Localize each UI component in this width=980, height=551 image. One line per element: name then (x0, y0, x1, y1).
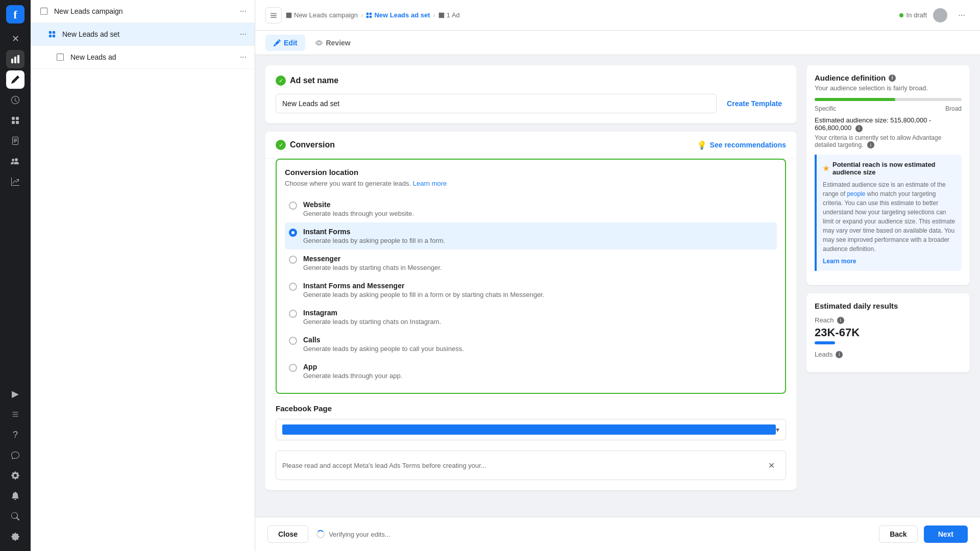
radio-app[interactable]: App Generate leads through your app. (285, 358, 777, 385)
adset-name-header: ✓ Ad set name (276, 76, 786, 86)
radio-messenger[interactable]: Messenger Generate leads by starting cha… (285, 249, 777, 277)
terms-notice: Please read and accept Meta's lead Ads T… (276, 450, 786, 480)
learn-more-link[interactable]: Learn more (413, 180, 447, 187)
radio-btn-instant-forms-messenger[interactable] (289, 283, 297, 291)
radio-app-desc: Generate leads through your app. (303, 372, 402, 380)
people-icon[interactable] (6, 152, 24, 170)
radio-btn-calls[interactable] (289, 337, 297, 345)
svg-rect-3 (14, 57, 16, 63)
specificity-labels: Specific Broad (815, 105, 962, 112)
daily-results-card: Estimated daily results Reach i 23K-67K … (806, 293, 970, 372)
radio-instant-forms-messenger[interactable]: Instant Forms and Messenger Generate lea… (285, 277, 777, 304)
leads-metric-label: Leads i (815, 350, 962, 358)
radio-calls-desc: Generate leads by asking people to call … (303, 345, 464, 353)
facebook-page-select[interactable]: ▾ (276, 419, 786, 440)
radio-app-content: App Generate leads through your app. (303, 363, 402, 380)
radio-btn-messenger[interactable] (289, 256, 297, 264)
radio-ifm-label: Instant Forms and Messenger (303, 282, 545, 290)
more-options-button[interactable]: ··· (953, 7, 970, 23)
grid-icon[interactable] (6, 111, 24, 130)
estimated-audience-size: Estimated audience size: 515,800,000 - 6… (815, 116, 962, 132)
criteria-info-icon[interactable]: i (867, 141, 874, 148)
radio-btn-app[interactable] (289, 364, 297, 372)
breadcrumb-adset[interactable]: New Leads ad set (366, 11, 430, 19)
notification-icon[interactable] (6, 487, 24, 505)
adset-name-row: Create Template (276, 94, 786, 113)
nav-item-campaign[interactable]: New Leads campaign ··· (31, 0, 255, 23)
svg-text:f: f (13, 8, 17, 21)
edit-tab[interactable]: Edit (265, 35, 305, 51)
fb-page-chevron-icon: ▾ (776, 425, 779, 434)
review-tab[interactable]: Review (307, 35, 358, 51)
search-sidebar-icon[interactable] (6, 507, 24, 525)
analytics-icon[interactable] (6, 172, 24, 191)
reach-info-icon[interactable]: i (837, 317, 844, 324)
help-icon[interactable]: ? (6, 425, 24, 444)
radio-website[interactable]: Website Generate leads through your webs… (285, 195, 777, 222)
people-link[interactable]: people (847, 190, 865, 197)
breadcrumb: New Leads campaign › New Leads ad set › … (286, 11, 895, 19)
sidebar-toggle[interactable] (265, 7, 282, 23)
gear-icon[interactable] (6, 466, 24, 485)
specificity-track (815, 98, 962, 101)
audience-subtitle: Your audience selection is fairly broad. (815, 84, 962, 92)
create-template-button[interactable]: Create Template (723, 95, 786, 112)
breadcrumb-campaign[interactable]: New Leads campaign (286, 11, 358, 19)
ad-more[interactable]: ··· (240, 53, 247, 62)
star-icon: ★ (823, 164, 829, 172)
ad-icon (55, 52, 65, 62)
leads-info-icon[interactable]: i (836, 351, 843, 358)
audience-size-info-icon[interactable]: i (855, 125, 863, 132)
clock-icon[interactable] (6, 91, 24, 109)
edit-review-bar: Edit Review (255, 31, 980, 55)
breadcrumb-ad[interactable]: 1 Ad (438, 11, 460, 19)
content-area: ✓ Ad set name Create Template ✓ Conversi… (255, 55, 980, 517)
svg-rect-2 (11, 59, 13, 63)
customize-sidebar-icon[interactable] (6, 528, 24, 546)
radio-btn-instagram[interactable] (289, 310, 297, 318)
terms-text: Please read and accept Meta's lead Ads T… (282, 462, 486, 469)
close-button[interactable]: Close (267, 525, 308, 543)
status-badge: In draft (899, 11, 927, 19)
campaign-more[interactable]: ··· (240, 7, 247, 16)
breadcrumb-sep-2: › (433, 11, 435, 19)
back-button[interactable]: Back (879, 525, 917, 543)
pencil-icon[interactable] (6, 70, 24, 89)
document-icon[interactable] (6, 132, 24, 150)
radio-website-content: Website Generate leads through your webs… (303, 201, 414, 217)
adset-name-card: ✓ Ad set name Create Template (265, 65, 796, 123)
terms-close-button[interactable]: ✕ (763, 457, 779, 473)
ad-label: New Leads ad (70, 53, 240, 61)
radio-instagram[interactable]: Instagram Generate leads by starting cha… (285, 304, 777, 331)
top-bar: New Leads campaign › New Leads ad set › … (255, 0, 980, 31)
user-avatar[interactable] (933, 8, 947, 22)
close-sidebar-icon[interactable]: ✕ (6, 30, 24, 48)
radio-instant-forms[interactable]: Instant Forms Generate leads by asking p… (285, 222, 777, 249)
see-recommendations-button[interactable]: 💡 See recommendations (697, 140, 786, 150)
audience-title: Audience definition i (815, 73, 962, 82)
adset-name-input[interactable] (276, 94, 717, 113)
status-dot (899, 13, 903, 17)
radio-instant-forms-desc: Generate leads by asking people to fill … (303, 237, 445, 244)
audience-info-icon[interactable]: i (889, 74, 896, 82)
radio-btn-instant-forms[interactable] (289, 229, 297, 237)
nav-item-adset[interactable]: New Leads ad set ··· (31, 23, 255, 46)
radio-instagram-desc: Generate leads by starting chats on Inst… (303, 318, 441, 325)
daily-results-title: Estimated daily results (815, 302, 962, 310)
reach-learn-more-link[interactable]: Learn more (823, 258, 955, 265)
radio-calls[interactable]: Calls Generate leads by asking people to… (285, 331, 777, 358)
facebook-logo[interactable]: f (6, 5, 24, 23)
adset-more[interactable]: ··· (240, 30, 247, 39)
next-button[interactable]: Next (924, 525, 968, 543)
sidebar-menu-icon[interactable] (6, 405, 24, 423)
chart-icon[interactable] (6, 50, 24, 68)
campaign-icon (39, 6, 49, 16)
radio-btn-website[interactable] (289, 202, 297, 210)
conversion-card: ✓ Conversion 💡 See recommendations Conve… (265, 132, 796, 490)
radio-ifm-content: Instant Forms and Messenger Generate lea… (303, 282, 545, 298)
campaign-label: New Leads campaign (54, 7, 240, 15)
radio-app-label: App (303, 363, 402, 371)
nav-item-ad[interactable]: New Leads ad ··· (31, 46, 255, 69)
feedback-icon[interactable] (6, 446, 24, 464)
collapse-icon[interactable]: ▶ (6, 385, 24, 403)
